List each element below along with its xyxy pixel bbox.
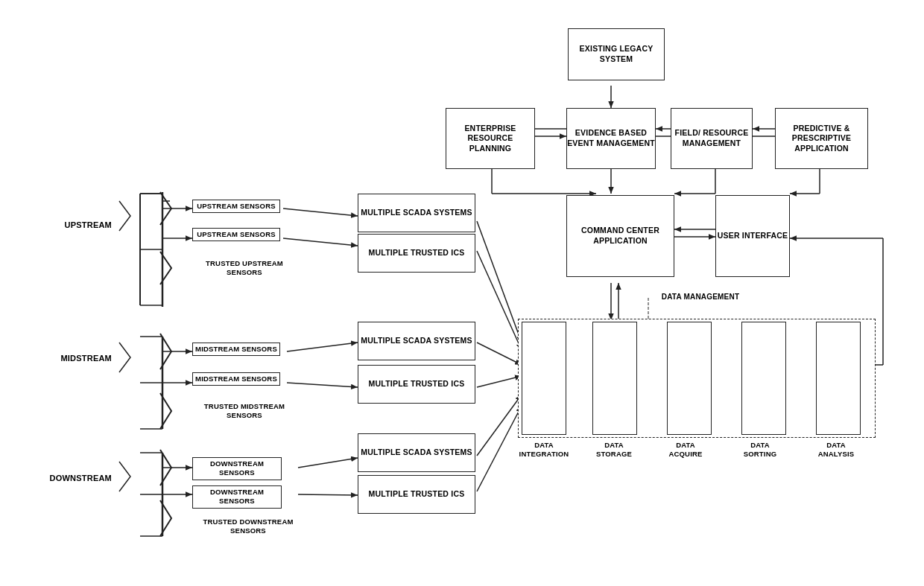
data-management-label: DATA MANAGEMENT (626, 292, 775, 302)
svg-line-28 (477, 221, 522, 343)
ics-upstream-label: MULTIPLE TRUSTED ICS (369, 248, 465, 258)
svg-line-24 (287, 343, 358, 351)
scada-downstream-label: MULTIPLE SCADA SYSTEMS (361, 448, 472, 458)
svg-line-26 (298, 458, 358, 468)
legacy-system-box: EXISTING LEGACY SYSTEM (568, 28, 665, 80)
midstream-sensor-2-label: MIDSTREAM SENSORS (192, 372, 280, 386)
brackets-svg (0, 0, 179, 586)
trusted-midstream-sensor-label: TRUSTED MIDSTREAM SENSORS (192, 402, 297, 421)
trusted-upstream-sensor-label: TRUSTED UPSTREAM SENSORS (192, 259, 297, 278)
data-sorting-box (741, 322, 786, 435)
upstream-sensor-2-label: UPSTREAM SENSORS (192, 228, 280, 241)
downstream-label: DOWNSTREAM (33, 473, 112, 483)
svg-line-22 (283, 208, 358, 216)
command-label: COMMAND CENTER APPLICATION (567, 226, 674, 246)
ics-midstream-box: MULTIPLE TRUSTED ICS (358, 365, 475, 404)
data-analysis-label: DATA ANALYSIS (809, 441, 863, 459)
predictive-label: PREDICTIVE & PRESCRIPTIVE APPLICATION (776, 124, 867, 154)
downstream-sensor-2-label: DOWNSTREAM SENSORS (192, 485, 282, 509)
scada-upstream-label: MULTIPLE SCADA SYSTEMS (361, 208, 472, 218)
erp-label: ENTERPRISE RESOURCE PLANNING (446, 124, 534, 154)
svg-line-31 (477, 376, 522, 387)
command-box: COMMAND CENTER APPLICATION (566, 195, 674, 277)
midstream-label: MIDSTREAM (37, 353, 112, 363)
field-label: FIELD/ RESOURCE MANAGEMENT (671, 128, 752, 148)
svg-line-33 (477, 406, 522, 491)
data-analysis-box (816, 322, 861, 435)
data-integration-box (522, 322, 566, 435)
ics-midstream-label: MULTIPLE TRUSTED ICS (369, 379, 465, 389)
midstream-sensor-1-label: MIDSTREAM SENSORS (192, 343, 280, 356)
scada-upstream-box: MULTIPLE SCADA SYSTEMS (358, 194, 475, 232)
data-acquire-box (667, 322, 712, 435)
diagram: EXISTING LEGACY SYSTEM ENTERPRISE RESOUR… (0, 0, 924, 586)
svg-line-29 (477, 251, 522, 350)
svg-line-32 (477, 395, 522, 456)
upstream-sensor-1-label: UPSTREAM SENSORS (192, 200, 280, 213)
upstream-label: UPSTREAM (45, 220, 112, 230)
trusted-downstream-sensor-label: TRUSTED DOWNSTREAM SENSORS (192, 517, 304, 536)
ics-downstream-box: MULTIPLE TRUSTED ICS (358, 475, 475, 514)
ui-box: USER INTERFACE (715, 195, 790, 277)
ui-label: USER INTERFACE (718, 231, 788, 241)
scada-midstream-box: MULTIPLE SCADA SYSTEMS (358, 322, 475, 360)
svg-line-27 (298, 494, 358, 495)
ics-downstream-label: MULTIPLE TRUSTED ICS (369, 489, 465, 500)
svg-line-25 (287, 383, 358, 387)
scada-downstream-box: MULTIPLE SCADA SYSTEMS (358, 433, 475, 472)
evidence-label: EVIDENCE BASED EVENT MANAGEMENT (567, 128, 655, 148)
scada-midstream-label: MULTIPLE SCADA SYSTEMS (361, 336, 472, 346)
legacy-system-label: EXISTING LEGACY SYSTEM (569, 44, 664, 64)
svg-line-30 (477, 343, 522, 365)
data-acquire-label: DATA ACQUIRE (660, 441, 711, 459)
ics-upstream-box: MULTIPLE TRUSTED ICS (358, 234, 475, 273)
field-box: FIELD/ RESOURCE MANAGEMENT (671, 108, 753, 169)
predictive-box: PREDICTIVE & PRESCRIPTIVE APPLICATION (775, 108, 868, 169)
data-sorting-label: DATA SORTING (735, 441, 785, 459)
downstream-sensor-1-label: DOWNSTREAM SENSORS (192, 457, 282, 480)
erp-box: ENTERPRISE RESOURCE PLANNING (446, 108, 535, 169)
data-integration-label: DATA INTEGRATION (518, 441, 570, 459)
data-storage-label: DATA STORAGE (587, 441, 641, 459)
data-storage-box (592, 322, 637, 435)
svg-line-23 (283, 238, 358, 246)
evidence-box: EVIDENCE BASED EVENT MANAGEMENT (566, 108, 656, 169)
